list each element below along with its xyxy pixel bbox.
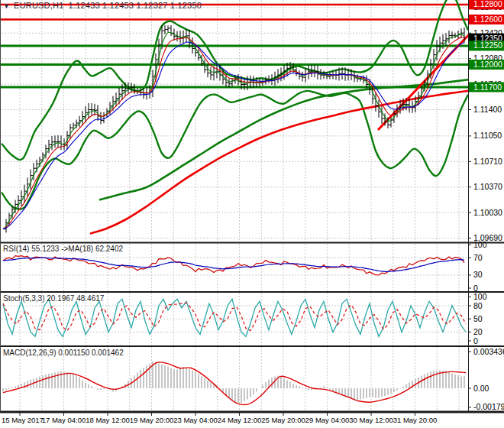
macd-tick-label: -0.00179 (473, 402, 504, 411)
stoch-tick-label: 50 (473, 314, 483, 323)
main-price-panel (0, 0, 470, 242)
time-label: 15 May 2017 (2, 416, 44, 424)
macd-tick-label: 0.00 (473, 384, 489, 393)
price-tag-1.12250: 1.12250 (469, 41, 504, 50)
price-tick-label: 1.10030 (473, 208, 502, 217)
price-axis: 1.127601.124201.120801.117401.114001.110… (468, 0, 504, 411)
time-label: 24 May 12:00 (218, 416, 262, 424)
stoch-k-line (3, 299, 466, 336)
time-label: 19 May 20:00 (130, 416, 174, 424)
rsi-tick-label: 70 (473, 253, 483, 262)
collapse-arrow-icon[interactable]: ▼ (3, 2, 10, 10)
time-label: 31 May 20:00 (393, 416, 438, 424)
price-tick-label: 1.10710 (473, 157, 502, 166)
stoch-tick-label: 100 (473, 292, 487, 301)
fast-ma-green (3, 32, 464, 229)
rsi-label: RSI(14) 55.1233 ->MA(18) 62.2402 (3, 245, 123, 253)
chart-header: ▼EURUSD,H1 1.12433 1.12453 1.12327 1.123… (3, 1, 202, 10)
svg-text:1.12800: 1.12800 (473, 0, 502, 8)
time-label: 23 May 04:00 (173, 416, 218, 424)
price-tag-1.12000: 1.12000 (469, 60, 504, 70)
stoch-tick-label: 0 (473, 336, 478, 345)
svg-text:1.11700: 1.11700 (473, 83, 502, 92)
chart-canvas[interactable]: 1.127601.124201.120801.117401.114001.110… (0, 0, 504, 428)
rsi-tick-label: 100 (473, 240, 487, 249)
stoch-tick-label: 80 (473, 301, 483, 310)
price-tag-1.12800: 1.12800 (469, 0, 504, 9)
chart-window: 1.127601.124201.120801.117401.114001.110… (0, 0, 504, 428)
time-label: 29 May 04:00 (305, 416, 350, 424)
price-tick-label: 1.11400 (473, 105, 502, 114)
price-tick-label: 1.10370 (473, 182, 502, 191)
macd-signal-line (3, 362, 466, 405)
stoch-tick-label: 20 (473, 327, 483, 336)
rsi-tick-label: 0 (473, 284, 478, 293)
stoch-label: Stoch(5,3,3) 20.1967 48.4617 (3, 294, 104, 303)
svg-text:1.12250: 1.12250 (473, 41, 502, 50)
symbol-timeframe: EURUSD,H1 (14, 1, 63, 10)
time-label: 18 May 12:00 (86, 416, 130, 424)
price-tick-label: 1.11050 (473, 131, 502, 140)
time-label: 25 May 20:00 (261, 416, 305, 424)
price-tag-1.11700: 1.11700 (469, 83, 504, 92)
ohlc-values: 1.12433 1.12453 1.12327 1.12350 (69, 1, 202, 10)
macd-tick-label: 0.003436 (473, 347, 504, 356)
macd-label: MACD(12,26,9) 0.001150 0.001462 (3, 349, 124, 357)
svg-text:1.12600: 1.12600 (473, 15, 502, 24)
time-label: 30 May 12:00 (349, 416, 393, 424)
rsi-tick-label: 30 (473, 270, 483, 279)
svg-text:1.12000: 1.12000 (473, 60, 502, 69)
price-tag-1.12600: 1.12600 (469, 15, 504, 24)
time-label: 17 May 04:00 (42, 416, 86, 424)
